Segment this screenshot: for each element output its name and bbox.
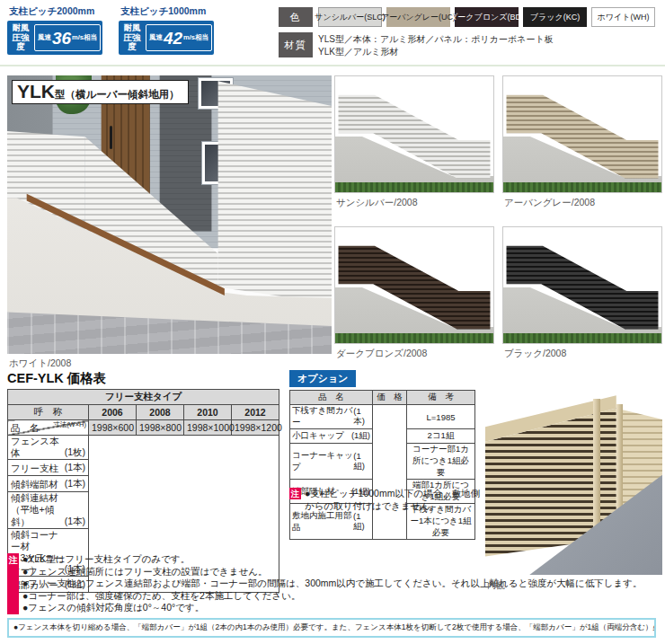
interior-caption: 内観: [487, 579, 505, 592]
options-note: 注 ●支柱ピッチ1000mm以下の場合、敷地側からの取り付けはできません。: [289, 487, 482, 512]
item-count: (1本): [65, 478, 85, 490]
post-pitch-label: 支柱ピッチ1000mm: [120, 5, 216, 18]
swatch-darkbronze: ダークブロンズ(BD): [455, 7, 519, 27]
price-size: 1998×1200: [232, 420, 279, 436]
spec-area: 色 サンシルバー(SLC) アーバングレー(UC) ダークブロンズ(BD) ブラ…: [279, 7, 663, 63]
wind-speed-prefix: 風速: [149, 33, 163, 42]
option-count: (1組): [353, 451, 370, 472]
post-pitch-label: 支柱ピッチ2000mm: [9, 5, 104, 18]
price-code: 2012: [232, 405, 279, 420]
model-name-suffix: 型（横ルーバー傾斜地用）: [55, 88, 180, 101]
note-line: ●フェンスの傾斜対応角度は0°～40°です。: [22, 602, 642, 614]
option-note: L=1985: [407, 405, 475, 429]
wind-speed-suffix: m/s相当: [72, 33, 97, 42]
material-line-yls: YLS型／本体：アルミ形材／パネル：ポリカーボネート板: [318, 33, 554, 46]
variant-caption-urbangray: アーバングレー/2008: [504, 197, 595, 209]
note-line: ●コーナー部は、強度確保のため、支柱を2本施工してください。: [22, 590, 642, 603]
option-item: コーナーキャップ(1組): [290, 444, 373, 480]
option-note: 2コ1組: [407, 429, 475, 444]
item-count: (1枚): [65, 446, 85, 459]
option-count: (1組): [351, 430, 370, 442]
option-item: 下桟すき間カバー(1本): [290, 405, 373, 429]
material-spec-row: 材質 YLS型／本体：アルミ形材／パネル：ポリカーボネート板 YLK型／アルミ形…: [279, 32, 663, 57]
color-label: 色: [279, 7, 313, 27]
item-count: (1本): [65, 516, 85, 528]
swatch-sunsilver: サンシルバー(SLC): [318, 7, 382, 27]
option-name: 敷地内施工用部品: [292, 510, 353, 534]
options-header-note: 備 考: [407, 391, 475, 405]
swatch-urbangray: アーバングレー(UC): [386, 7, 450, 27]
material-line-ylk: YLK型／アルミ形材: [318, 46, 554, 58]
wind-pressure-title: 耐風圧強度: [9, 23, 32, 53]
options-tag: オプション: [289, 370, 356, 387]
main-photo: YLK 型（横ルーバー傾斜地用）: [7, 75, 332, 354]
variant-grass: [503, 333, 661, 343]
variant-image-darkbronze: [334, 226, 494, 344]
main-photo-caption: ホワイト/2008: [9, 357, 71, 370]
option-item: 小口キャップ(1組): [290, 429, 373, 444]
item-name: 傾斜コーナー材: [11, 529, 65, 552]
photo-door-handle: [110, 126, 112, 149]
variant-caption-darkbronze: ダークブロンズ/2008: [336, 348, 427, 360]
wind-badge-area: 支柱ピッチ2000mm 耐風圧強度 風速 36 m/s相当 支柱ピッチ1000m…: [7, 5, 216, 55]
price-item: フリー支柱(1本): [8, 460, 89, 476]
swatch-black: ブラック(KC): [523, 7, 587, 27]
option-name: コーナーキャップ: [292, 450, 353, 473]
price-col-header: 呼 称: [8, 405, 89, 420]
wind-badge-2000: 支柱ピッチ2000mm 耐風圧強度 風速 36 m/s相当: [7, 5, 104, 55]
catalog-page: 支柱ピッチ2000mm 耐風圧強度 風速 36 m/s相当 支柱ピッチ1000m…: [0, 0, 665, 644]
options-header-price: 価 格: [373, 391, 407, 405]
item-name: 傾斜端部材: [11, 479, 58, 490]
variant-grass: [503, 182, 661, 192]
price-diagonal-cell: 寸法(W×H) 品 名: [8, 420, 89, 436]
wind-speed-box: 風速 36 m/s相当: [34, 24, 101, 51]
wind-speed-value: 36: [52, 30, 71, 47]
footer-note-text: ●フェンス本体を切り縮める場合、「端部カバー」が1組（2本の内1本のみ使用）必要…: [13, 622, 656, 633]
model-name: YLK: [17, 82, 55, 101]
options-table: 品 名 価 格 備 考 下桟すき間カバー(1本) L=1985 小口キャップ(1…: [289, 390, 475, 540]
option-name: 下桟すき間カバー: [292, 405, 353, 428]
price-code: 2010: [184, 405, 232, 420]
price-table-title: CEF-YLK 価格表: [7, 370, 106, 387]
model-name-badge: YLK 型（横ルーバー傾斜地用）: [12, 80, 189, 104]
options-price-blank: [373, 405, 407, 540]
price-item: 傾斜端部材(1本): [8, 476, 89, 492]
option-name: 小口キャップ: [292, 430, 344, 442]
variant-caption-sunsilver: サンシルバー/2008: [336, 197, 418, 209]
color-spec-row: 色 サンシルバー(SLC) アーバングレー(UC) ダークブロンズ(BD) ブラ…: [279, 7, 663, 27]
item-count: (1本): [65, 462, 85, 474]
header-divider: [0, 65, 665, 66]
price-size: 1998×800: [137, 420, 184, 436]
swatch-white: ホワイト(WH): [591, 7, 655, 27]
options-header-name: 品 名: [290, 391, 373, 405]
wind-pressure-badge: 耐風圧強度 風速 42 m/s相当: [119, 21, 214, 55]
item-name: フリー支柱: [11, 463, 58, 474]
wind-pressure-title: 耐風圧強度: [120, 23, 144, 53]
wind-badge-1000: 支柱ピッチ1000mm 耐風圧強度 風速 42 m/s相当: [119, 5, 216, 55]
price-span-header: フリー支柱タイプ: [8, 390, 279, 405]
item-axis-label: 品 名: [11, 422, 40, 435]
price-code: 2008: [137, 405, 184, 420]
options-note-text: ●支柱ピッチ1000mm以下の場合、敷地側からの取り付けはできません。: [301, 487, 482, 512]
variant-image-urbangray: [502, 75, 662, 193]
variant-grass: [335, 182, 493, 192]
price-item: フェンス本体(1枚): [8, 436, 89, 460]
item-name-2: （平地+傾斜）: [11, 504, 65, 527]
color-swatches: サンシルバー(SLC) アーバングレー(UC) ダークブロンズ(BD) ブラック…: [318, 7, 655, 27]
price-item: 傾斜連結材（平地+傾斜）(1本): [8, 492, 89, 528]
wind-speed-box: 風速 42 m/s相当: [146, 24, 212, 51]
variant-caption-black: ブラック/2008: [504, 348, 566, 360]
price-size: 1998×1000: [184, 420, 232, 436]
interior-view-image: [485, 390, 662, 575]
item-name: フェンス本体: [11, 436, 65, 459]
wind-speed-value: 42: [164, 30, 182, 47]
variant-image-black: [502, 226, 662, 344]
option-note: コーナー部1カ所につき1組必要: [407, 444, 475, 480]
wind-speed-prefix: 風速: [38, 33, 51, 42]
item-name: 傾斜連結材: [11, 492, 65, 504]
note-line: ●フリー支柱とフェンス連結部および端部・コーナー部の間隔は、300mm以内で施工…: [22, 578, 642, 590]
footer-note-box: ●フェンス本体を切り縮める場合、「端部カバー」が1組（2本の内1本のみ使用）必要…: [7, 618, 656, 638]
wind-pressure-badge: 耐風圧強度 風速 36 m/s相当: [7, 21, 102, 55]
variant-grass: [335, 333, 493, 343]
price-size: 1998×600: [89, 420, 137, 436]
